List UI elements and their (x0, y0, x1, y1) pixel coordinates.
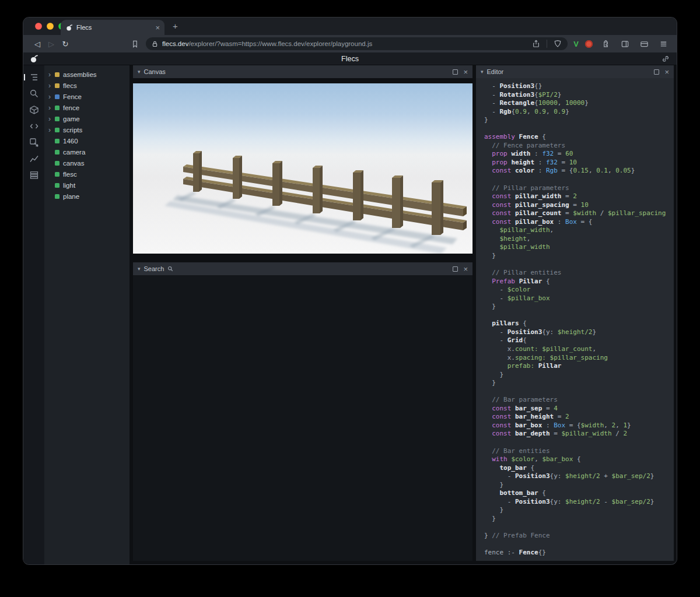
entity-tree-icon[interactable] (29, 72, 39, 82)
tree-item-label: flecs (63, 82, 77, 89)
code-icon[interactable] (29, 121, 39, 131)
chevron-down-icon[interactable]: ▾ (481, 69, 484, 75)
code-line: assembly Fence { (484, 133, 674, 142)
code-line: // Bar entities (484, 447, 674, 456)
tree-item-assemblies[interactable]: ›assemblies (44, 69, 130, 80)
editor-panel-titlebar[interactable]: ▾ Editor × (476, 65, 674, 78)
code-line: const pillar_count = $width / $pillar_sp… (484, 209, 674, 218)
expander-icon[interactable]: › (48, 82, 55, 89)
stats-icon[interactable] (29, 154, 39, 164)
new-tab-button[interactable]: + (170, 22, 180, 31)
close-panel-icon[interactable]: × (463, 68, 468, 76)
code-line: // Bar parameters (484, 396, 674, 405)
3d-canvas-viewport[interactable] (133, 83, 473, 254)
tree-item-flesc[interactable]: ›flesc (44, 168, 130, 180)
editor-panel-title: Editor (487, 68, 504, 75)
inspector-icon[interactable] (29, 138, 39, 148)
code-line: const color : Rgb = {0.15, 0.1, 0.05} (484, 167, 674, 175)
entity-tree: ›assemblies›flecs›Fence›fence›game›scrip… (44, 65, 130, 564)
code-line: const bar_box : Box = {$width, 2, 1} (484, 422, 674, 430)
expander-icon[interactable]: › (48, 71, 55, 78)
expander-icon[interactable]: › (48, 93, 55, 100)
entity-color-swatch (55, 128, 60, 132)
share-icon[interactable] (530, 40, 542, 48)
urlbar-divider (547, 40, 547, 48)
expander-icon[interactable]: › (48, 115, 55, 122)
entity-color-swatch (55, 139, 60, 143)
code-line: const pillar_spacing = 10 (484, 201, 674, 210)
canvas-panel-titlebar[interactable]: ▾ Canvas × (133, 65, 473, 78)
tree-item-scripts[interactable]: ›scripts (44, 124, 130, 135)
code-line: - $color (484, 286, 674, 294)
search-icon[interactable] (29, 89, 39, 99)
close-tab-icon[interactable]: × (155, 24, 160, 31)
entity-color-swatch (55, 106, 60, 110)
extensions-puzzle-icon[interactable] (599, 40, 612, 48)
tree-item-fence[interactable]: ›fence (44, 102, 130, 113)
code-content[interactable]: - Position3{} - Rotation3{$PI/2} - Recta… (476, 78, 674, 561)
browser-tab-flecs[interactable]: Flecs × (61, 20, 164, 35)
expander-icon[interactable]: › (48, 127, 55, 134)
tab-strip: Flecs × + (23, 17, 677, 35)
tree-item-game[interactable]: ›game (44, 113, 130, 124)
code-line: $height, (484, 235, 674, 244)
tree-item-canvas[interactable]: ›canvas (44, 157, 130, 168)
code-line: - Position3{y: $height/2 + $bar_sep/2} (484, 472, 674, 481)
search-panel-content (133, 275, 473, 561)
tab-favicon (65, 24, 73, 31)
tree-item-label: camera (63, 149, 85, 156)
tree-item-light[interactable]: ›light (44, 180, 130, 191)
reload-button[interactable]: ↻ (58, 40, 72, 48)
code-line: bottom_bar { (484, 489, 674, 498)
expand-panel-icon[interactable] (654, 69, 659, 75)
url-bar[interactable]: flecs.dev/explorer/?wasm=https://www.fle… (146, 37, 568, 50)
tree-item-Fence[interactable]: ›Fence (44, 91, 130, 102)
back-button[interactable]: ◁ (30, 40, 44, 48)
code-line (484, 540, 674, 549)
extension-red-icon[interactable] (585, 40, 593, 48)
code-line (484, 175, 674, 184)
tree-item-label: scripts (63, 127, 82, 134)
minimize-window-button[interactable] (47, 23, 54, 30)
tree-item-flecs[interactable]: ›flecs (44, 80, 130, 91)
code-line: } (484, 252, 674, 261)
tree-item-1460[interactable]: ›1460 (44, 135, 130, 146)
expand-panel-icon[interactable] (453, 69, 458, 75)
search-small-icon (167, 266, 173, 272)
code-line: const pillar_box : Box = { (484, 218, 674, 227)
close-window-button[interactable] (35, 23, 42, 30)
share-link-icon[interactable] (662, 55, 670, 63)
close-panel-icon[interactable]: × (463, 265, 468, 273)
browser-window: Flecs × + ◁ ▷ ↻ flecs.dev/explorer/?wasm… (23, 17, 677, 564)
expander-icon[interactable]: › (48, 104, 55, 111)
code-line: pillars { (484, 319, 674, 328)
wallet-icon[interactable] (638, 40, 650, 48)
code-line (484, 388, 674, 396)
code-line: prop height : f32 = 10 (484, 159, 674, 167)
code-line: } // Prefab Fence (484, 532, 674, 540)
url-text: flecs.dev/explorer/?wasm=https://www.fle… (162, 40, 526, 47)
bookmark-icon[interactable] (128, 40, 141, 48)
sidebar-toggle-icon[interactable] (618, 40, 631, 48)
tables-icon[interactable] (29, 170, 39, 180)
middle-column: ▾ Canvas × (133, 65, 473, 564)
search-panel-titlebar[interactable]: ▾ Search × (133, 262, 473, 275)
vue-devtools-icon[interactable]: V (573, 40, 579, 48)
toolbar-extensions: V (573, 40, 670, 48)
page-title: Flecs (23, 55, 677, 63)
fence-3d-render (133, 83, 473, 254)
forward-button[interactable]: ▷ (44, 40, 58, 48)
chevron-down-icon[interactable]: ▾ (138, 69, 141, 75)
brave-shield-icon[interactable] (551, 40, 564, 48)
code-line: - Rgb{0.9, 0.9, 0.9} (484, 108, 674, 117)
cube-icon[interactable] (29, 105, 39, 115)
close-panel-icon[interactable]: × (664, 68, 669, 76)
entity-color-swatch (55, 194, 60, 199)
tree-item-plane[interactable]: ›plane (44, 191, 130, 202)
chevron-down-icon[interactable]: ▾ (138, 266, 141, 272)
menu-hamburger-icon[interactable] (657, 40, 670, 48)
tree-item-camera[interactable]: ›camera (44, 146, 130, 157)
expand-panel-icon[interactable] (453, 266, 458, 272)
entity-color-swatch (55, 161, 60, 166)
icon-sidebar (23, 65, 44, 564)
